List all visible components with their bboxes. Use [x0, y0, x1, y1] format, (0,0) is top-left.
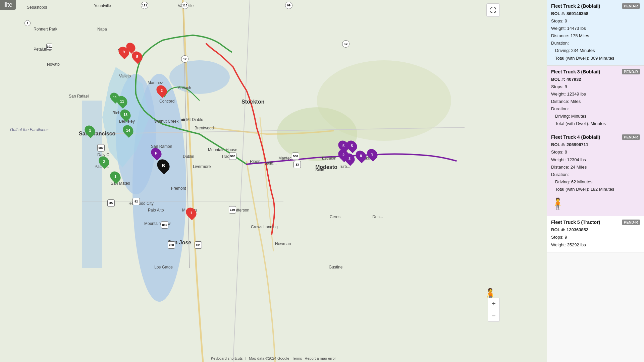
truck-name-3: Fleet Truck 5 (Tractor)	[551, 220, 600, 225]
report-link[interactable]: Report a map error	[305, 356, 336, 360]
truck-weight-3: Weight: 35292 lbs	[551, 241, 640, 249]
zoom-controls: + −	[488, 298, 500, 322]
truck-detail-2: BOL #: 206996711 Stops: 8 Weight: 12304 …	[551, 141, 640, 213]
truck-total-2: Total (with Dwell): 182 Minutes	[551, 186, 640, 193]
zoom-out-button[interactable]: −	[488, 310, 500, 322]
highway-880: 880	[161, 221, 168, 229]
highway-35: 35	[107, 199, 115, 207]
highway-580c: 580	[292, 153, 299, 160]
keyboard-shortcuts[interactable]: Keyboard shortcuts	[211, 356, 243, 360]
truck-duration-label-1: Duration:	[551, 105, 640, 113]
map-data-label: Map data ©2024 Google	[249, 356, 289, 360]
highway-1: 1	[24, 20, 31, 26]
highway-99: 99	[285, 2, 292, 9]
truck-card-header-3: Fleet Truck 5 (Tractor) PEND-R	[551, 220, 640, 225]
highway-12: 12	[181, 55, 189, 63]
truck-distance-1: Distance: Miles	[551, 98, 640, 105]
satellite-label: llite	[0, 0, 16, 10]
highway-580: 580	[97, 144, 105, 152]
highway-280: 280	[168, 241, 175, 249]
truck-name-2: Fleet Truck 4 (Bobtail)	[551, 134, 600, 140]
truck-card-3[interactable]: Fleet Truck 5 (Tractor) PEND-R BOL #: 12…	[547, 216, 644, 252]
truck-card-header-2: Fleet Truck 4 (Bobtail) PEND-R	[551, 134, 640, 140]
person-icon-2: 🧍	[551, 194, 640, 213]
highway-113: 113	[181, 2, 189, 9]
truck-stops-3: Stops: 9	[551, 234, 640, 241]
truck-stops-0: Stops: 9	[551, 17, 640, 25]
pend-badge-1: PEND-R	[622, 69, 640, 74]
map-container[interactable]: Sebastopol Yountville Vacaville Rohnert …	[0, 0, 547, 362]
truck-driving-2: Driving: 62 Minutes	[551, 178, 640, 186]
truck-weight-1: Weight: 12349 lbs	[551, 90, 640, 98]
truck-card-2[interactable]: Fleet Truck 4 (Bobtail) PEND-R BOL #: 20…	[547, 131, 644, 216]
truck-name-1: Fleet Truck 3 (Bobtail)	[551, 69, 600, 74]
highway-121: 121	[141, 2, 148, 9]
highway-580b: 580	[229, 153, 236, 160]
truck-card-header-0: Fleet Truck 2 (Bobtail) PEND-R	[551, 3, 640, 9]
truck-detail-0: BOL #: 869146358 Stops: 9 Weight: 14473 …	[551, 10, 640, 62]
truck-duration-label-0: Duration:	[551, 40, 640, 47]
truck-driving-0: Driving: 234 Minutes	[551, 47, 640, 54]
truck-stops-1: Stops: 9	[551, 83, 640, 90]
truck-total-1: Total (with Dwell): Minutes	[551, 120, 640, 127]
highway-12b: 12	[342, 40, 350, 48]
truck-bol-0: BOL #: 869146358	[551, 10, 640, 17]
right-panel: Fleet Truck 2 (Bobtail) PEND-R BOL #: 86…	[547, 0, 644, 362]
truck-driving-1: Driving: Minutes	[551, 113, 640, 120]
truck-stops-2: Stops: 8	[551, 148, 640, 156]
fullscreen-button[interactable]	[486, 3, 500, 17]
highway-33: 33	[293, 161, 301, 168]
map-background	[0, 0, 547, 362]
truck-card-1[interactable]: Fleet Truck 3 (Bobtail) PEND-R BOL #: 40…	[547, 66, 644, 131]
truck-detail-1: BOL #: 407932 Stops: 9 Weight: 12349 lbs…	[551, 76, 640, 128]
truck-name-0: Fleet Truck 2 (Bobtail)	[551, 3, 600, 9]
terms-link[interactable]: Terms	[292, 356, 302, 360]
highway-92: 92	[132, 198, 140, 205]
truck-distance-0: Distance: 175 Miles	[551, 32, 640, 40]
pend-badge-2: PEND-R	[622, 134, 640, 140]
pend-badge-0: PEND-R	[622, 3, 640, 9]
truck-total-0: Total (with Dwell): 369 Minutes	[551, 55, 640, 62]
truck-duration-label-2: Duration:	[551, 171, 640, 178]
highway-130: 130	[229, 206, 236, 214]
truck-bol-1: BOL #: 407932	[551, 76, 640, 83]
truck-card-header-1: Fleet Truck 3 (Bobtail) PEND-R	[551, 69, 640, 74]
zoom-in-button[interactable]: +	[488, 298, 500, 310]
truck-card-0[interactable]: Fleet Truck 2 (Bobtail) PEND-R BOL #: 86…	[547, 0, 644, 66]
truck-bol-3: BOL #: 120363852	[551, 226, 640, 234]
truck-distance-2: Distance: 24 Miles	[551, 164, 640, 171]
truck-detail-3: BOL #: 120363852 Stops: 9 Weight: 35292 …	[551, 226, 640, 248]
highway-101b: 101	[195, 241, 202, 249]
truck-weight-2: Weight: 12304 lbs	[551, 156, 640, 164]
pend-badge-3: PEND-R	[622, 220, 640, 225]
truck-bol-2: BOL #: 206996711	[551, 141, 640, 148]
map-attribution: Keyboard shortcuts | Map data ©2024 Goog…	[211, 356, 336, 360]
truck-weight-0: Weight: 14473 lbs	[551, 25, 640, 32]
highway-101: 101	[46, 44, 52, 50]
